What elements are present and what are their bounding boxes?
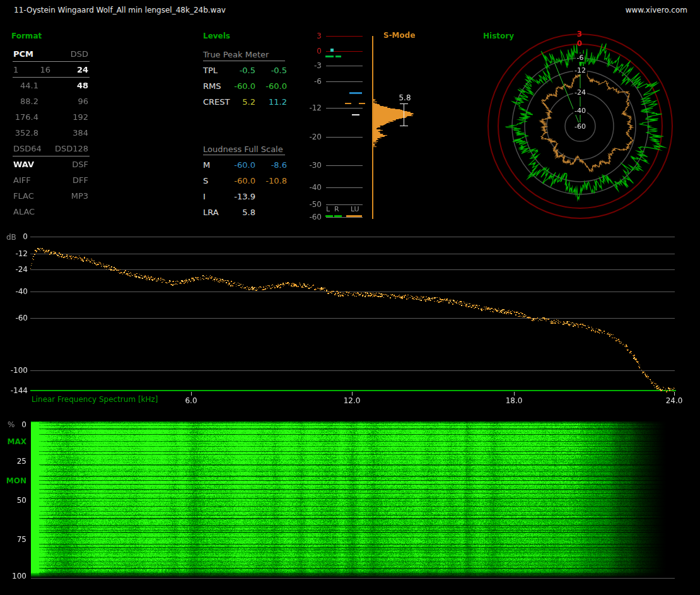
meter-channel-l: L <box>326 205 330 213</box>
format-divider <box>13 156 90 156</box>
history-ring-label: -24 <box>568 88 592 97</box>
format-option-alac: ALAC <box>13 207 35 217</box>
meter-scale-label: -60 <box>293 213 322 221</box>
spectrum-x-tick: 18.0 <box>501 396 527 405</box>
spectrum-title: Linear Frequency Spectrum [kHz] <box>32 395 158 404</box>
s-value-2: -10.8 <box>203 176 287 186</box>
format-option-48: 48 <box>13 81 88 91</box>
m-value-2: -8.6 <box>203 160 287 170</box>
file-name: 11-Oystein Wingaard Wolf_All min lengsel… <box>14 6 226 15</box>
format-option-dsd128: DSD128 <box>13 144 88 154</box>
spectrogram-canvas <box>31 421 675 579</box>
meter-scale-label: -6 <box>293 77 322 86</box>
meter-scale-label: -20 <box>293 133 322 141</box>
true-peak-divider <box>203 61 285 61</box>
meter-scale-label: -30 <box>293 161 322 170</box>
website-link[interactable]: www.xivero.com <box>626 6 687 15</box>
meter-scale-label: 0 <box>293 47 322 56</box>
spectrum-y-tick: 0 <box>0 232 28 241</box>
spectrogram-y-tick: 0 <box>0 420 26 429</box>
format-option-mp3: MP3 <box>13 191 88 201</box>
history-scale-label-3: 3 <box>573 30 586 38</box>
true-peak-meter-title: True Peak Meter <box>203 50 269 60</box>
spectrum-y-tick: -100 <box>0 366 28 375</box>
lra-value-label: 5.8 <box>396 93 414 102</box>
rms-value-2: -60.0 <box>203 81 287 91</box>
history-scale-label-0: 0 <box>573 39 586 48</box>
max-hold-button[interactable]: MAX <box>0 437 26 446</box>
history-ring-label: -6 <box>568 54 592 62</box>
spectrogram-y-tick: 50 <box>0 496 26 505</box>
s-mode-button[interactable]: S-Mode <box>383 31 416 40</box>
format-option-24: 24 <box>13 65 88 75</box>
musicscope-window: 11-Oystein Wingaard Wolf_All min lengsel… <box>0 0 700 595</box>
spectrum-y-tick: -12 <box>0 249 28 258</box>
spectrum-y-tick: -60 <box>0 314 28 322</box>
tpl-value-2: -0.5 <box>203 66 287 76</box>
format-option-192: 192 <box>13 112 88 122</box>
format-divider <box>13 77 90 78</box>
meter-scale-label: 3 <box>293 32 322 40</box>
meter-scale-label: -50 <box>293 200 322 209</box>
spectrogram-y-tick: 25 <box>0 457 26 466</box>
meter-channel-lu: LU <box>351 205 359 213</box>
levels-panel-header: Levels <box>203 32 230 40</box>
spectrum-x-tick: 24.0 <box>662 396 687 405</box>
lra-value-1: 5.8 <box>203 208 255 218</box>
frequency-spectrum-canvas <box>0 227 700 410</box>
i-value-1: -13.9 <box>203 192 255 202</box>
loudness-divider <box>203 155 285 155</box>
spectrum-y-tick: -24 <box>0 265 28 274</box>
loudness-title: Loudness Full Scale <box>203 144 283 155</box>
spectrum-y-tick: -40 <box>0 287 28 296</box>
history-ring-label: -12 <box>568 66 592 74</box>
meter-scale-label: -40 <box>293 183 322 192</box>
format-option-dsf: DSF <box>13 160 88 170</box>
spectrum-x-tick: 12.0 <box>339 396 365 405</box>
spectrum-x-tick: 6.0 <box>178 396 204 405</box>
history-ring-label: -40 <box>568 107 592 115</box>
spectrum-y-tick: -144 <box>0 386 28 395</box>
meter-scale-label: -3 <box>293 61 322 70</box>
format-option-96: 96 <box>13 97 88 107</box>
format-option-384: 384 <box>13 128 88 138</box>
spectrogram-y-tick: 75 <box>0 535 26 544</box>
meter-scale-label: -12 <box>293 103 322 112</box>
meter-channel-r: R <box>334 205 339 213</box>
monitor-button[interactable]: MON <box>0 476 26 485</box>
format-divider <box>13 61 90 62</box>
spectrogram-y-tick: 100 <box>0 572 26 580</box>
crest-value-2: 11.2 <box>203 97 287 107</box>
format-panel-header: Format <box>11 32 42 40</box>
format-option-dff: DFF <box>13 175 88 186</box>
level-meter-canvas <box>312 28 482 224</box>
history-ring-label: -60 <box>568 122 592 131</box>
format-option-dsd: DSD <box>13 49 88 59</box>
